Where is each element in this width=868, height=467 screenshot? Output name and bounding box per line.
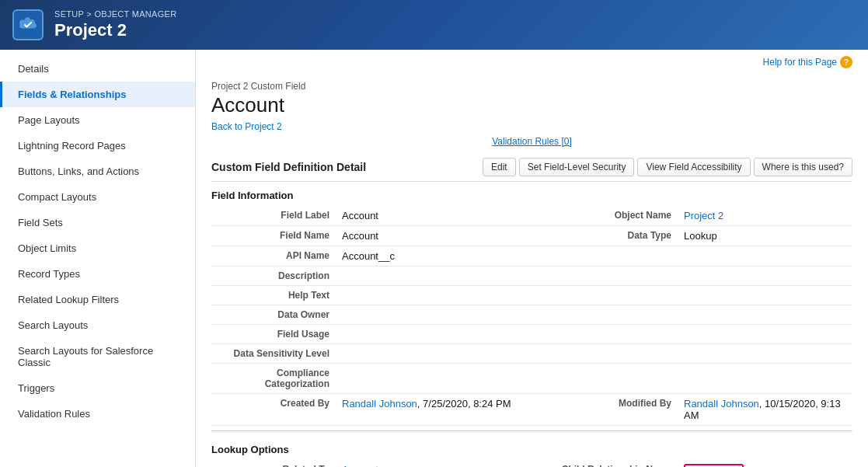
sidebar-item-label: Search Layouts for Salesforce Classic [18,345,180,368]
sidebar-item-label: Object Limits [18,242,76,254]
sidebar-item-triggers[interactable]: Triggers [0,375,195,401]
app-logo [12,9,44,40]
field-label-cell: Related To [211,460,336,467]
app-header: SETUP > OBJECT MANAGER Project 2 [0,0,868,50]
sidebar-item-field-sets[interactable]: Field Sets [0,210,195,235]
sidebar-item-label: Related Lookup Filters [18,294,119,305]
sidebar-item-details[interactable]: Details [0,56,195,82]
sidebar-item-lightning-record-pages[interactable]: Lightning Record Pages [0,133,195,159]
field-label-cell [553,267,678,286]
object-name-link[interactable]: Project 2 [684,210,723,221]
field-value-cell [336,267,553,286]
field-value-cell [678,364,852,394]
header-text-block: SETUP > OBJECT MANAGER Project 2 [54,9,176,40]
table-row: Field Label Account Object Name Project … [211,206,852,226]
table-row: Data Sensitivity Level [211,344,852,364]
table-row: Field Usage [211,325,852,344]
field-label-cell [553,286,678,305]
sidebar-item-validation-rules[interactable]: Validation Rules [0,401,195,427]
field-value-cell: Randall Johnson, 7/25/2020, 8:24 PM [336,394,553,426]
field-label-cell: Data Owner [211,305,336,325]
button-group: Edit Set Field-Level Security View Field… [483,158,852,176]
app-title: Project 2 [54,20,176,40]
table-row: Data Owner [211,305,852,325]
field-information-table: Field Label Account Object Name Project … [211,206,852,426]
field-label-cell: Compliance Categorization [211,364,336,394]
field-value-cell [336,325,553,344]
field-value-cell: Account [336,226,553,246]
help-icon[interactable]: ? [840,56,852,68]
sidebar-item-label: Compact Layouts [18,191,96,203]
sidebar-item-label: Field Sets [18,217,63,228]
field-value-cell: Randall Johnson, 10/15/2020, 9:13 AM [678,394,852,426]
field-label-cell: Data Type [553,226,678,246]
table-row: Field Name Account Data Type Lookup [211,226,852,246]
where-used-button[interactable]: Where is this used? [754,158,852,176]
field-label-cell [553,344,678,364]
table-row: Compliance Categorization [211,364,852,394]
field-value-cell [678,305,852,325]
field-value-cell [678,325,852,344]
field-label-cell: Field Label [211,206,336,226]
help-row: Help for this Page ? [196,50,868,71]
validation-rules-link[interactable]: Validation Rules [0] [492,136,572,147]
sidebar-item-label: Validation Rules [18,408,90,420]
field-label-cell: API Name [211,246,336,267]
modified-by-link[interactable]: Randall Johnson [684,398,759,409]
content-inner: Project 2 Custom Field Account Back to P… [196,71,868,467]
table-row: Description [211,267,852,286]
field-label-cell: Description [211,267,336,286]
back-link[interactable]: Back to Project 2 [211,121,282,132]
sidebar-item-search-layouts[interactable]: Search Layouts [0,312,195,338]
table-row: Help Text [211,286,852,305]
lookup-options-table: Related To Account Child Relationship Na… [211,460,852,467]
sidebar-item-search-layouts-classic[interactable]: Search Layouts for Salesforce Classic [0,338,195,375]
field-value-cell [678,344,852,364]
set-security-button[interactable]: Set Field-Level Security [519,158,635,176]
field-label-cell [553,305,678,325]
table-row: API Name Account__c [211,246,852,267]
help-link[interactable]: Help for this Page [763,57,837,68]
breadcrumb: SETUP > OBJECT MANAGER [54,9,176,19]
content-area: Help for this Page ? Project 2 Custom Fi… [196,50,868,467]
sidebar-item-label: Lightning Record Pages [18,140,126,152]
section-header-bar: Custom Field Definition Detail Edit Set … [211,153,852,182]
created-by-link[interactable]: Randall Johnson [342,398,417,409]
field-value-cell [336,286,553,305]
related-to-link[interactable]: Account [342,464,378,467]
field-label-cell: Data Sensitivity Level [211,344,336,364]
sidebar-item-compact-layouts[interactable]: Compact Layouts [0,184,195,210]
field-value-cell [678,246,852,267]
sidebar-item-fields-relationships[interactable]: Fields & Relationships [0,82,195,107]
field-value-cell: Lookup [678,226,852,246]
main-layout: Details Fields & Relationships Page Layo… [0,50,868,467]
field-value-cell: Account__c [336,246,553,267]
sidebar-item-object-limits[interactable]: Object Limits [0,235,195,261]
sidebar-item-label: Triggers [18,382,54,394]
sidebar: Details Fields & Relationships Page Layo… [0,50,196,467]
field-value-cell [336,364,553,394]
sidebar-item-label: Record Types [18,268,80,280]
field-label-cell: Object Name [553,206,678,226]
section-divider [211,430,852,431]
field-value-cell [336,344,553,364]
field-value-cell [336,305,553,325]
sidebar-item-related-lookup-filters[interactable]: Related Lookup Filters [0,287,195,312]
sidebar-item-page-layouts[interactable]: Page Layouts [0,107,195,133]
sidebar-item-label: Search Layouts [18,319,88,331]
sidebar-item-label: Details [18,63,49,75]
field-label-cell [553,246,678,267]
field-value-cell [678,286,852,305]
sidebar-item-label: Fields & Relationships [18,89,126,100]
sidebar-item-buttons-links-actions[interactable]: Buttons, Links, and Actions [0,159,195,184]
view-accessibility-button[interactable]: View Field Accessibility [637,158,750,176]
field-label-cell: Field Usage [211,325,336,344]
sidebar-item-record-types[interactable]: Record Types [0,261,195,287]
field-label-cell: Field Name [211,226,336,246]
field-value-cell [678,267,852,286]
sidebar-item-label: Buttons, Links, and Actions [18,166,139,177]
field-label-cell: Help Text [211,286,336,305]
edit-button[interactable]: Edit [483,158,516,176]
child-relationship-highlight: Projects_1 [684,464,744,467]
field-label-cell [553,364,678,394]
